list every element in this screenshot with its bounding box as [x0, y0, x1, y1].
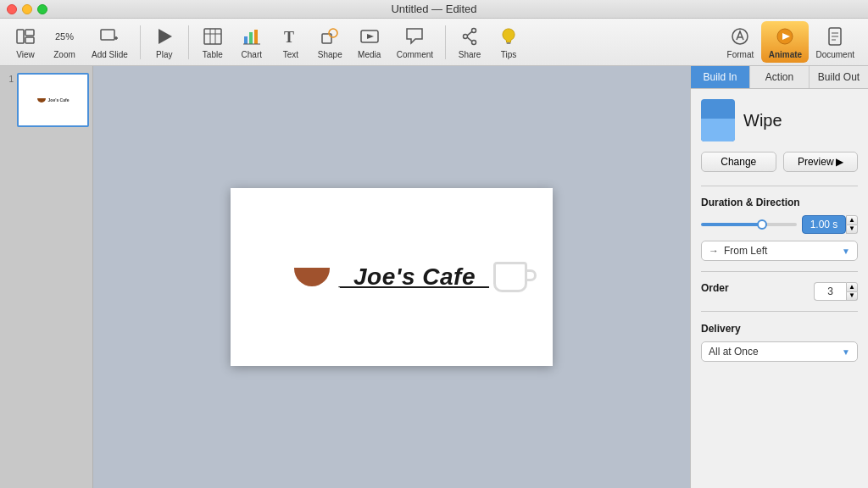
zoom-button[interactable]: 25% Zoom — [46, 21, 83, 63]
main-area: 1 Joe's Cafe _Joe's Cafe_ — [0, 66, 868, 488]
order-stepper-down[interactable]: ▼ — [846, 292, 858, 302]
close-button[interactable] — [7, 4, 17, 14]
order-row: Order 3 ▲ ▼ — [701, 282, 858, 301]
divider-1 — [140, 25, 141, 59]
tab-build-in[interactable]: Build In — [691, 66, 750, 88]
wipe-header: Wipe — [701, 99, 858, 141]
svg-line-24 — [467, 31, 472, 36]
direction-arrow-icon: → — [709, 245, 719, 257]
slide-thumbnail[interactable]: Joe's Cafe — [17, 73, 89, 127]
wipe-effect-icon — [701, 99, 735, 141]
duration-stepper-up[interactable]: ▲ — [846, 215, 858, 225]
media-label: Media — [358, 50, 381, 59]
view-label: View — [16, 50, 35, 59]
slide-content: _Joe's Cafe_ — [294, 263, 489, 291]
play-label: Play — [156, 50, 172, 59]
shape-icon — [318, 25, 342, 48]
delivery-label: Delivery — [701, 323, 741, 335]
direction-label: From Left — [724, 245, 767, 257]
divider-after-wipe — [701, 186, 858, 186]
play-button[interactable]: Play — [146, 21, 183, 63]
tab-action[interactable]: Action — [750, 66, 810, 88]
zoom-icon: 25% — [53, 25, 76, 48]
shape-label: Shape — [318, 50, 342, 59]
duration-stepper-down[interactable]: ▼ — [846, 225, 858, 235]
toolbar: View 25% Zoom Add Slide Play — [0, 19, 868, 66]
zoom-label: Zoom — [53, 50, 75, 59]
svg-rect-7 — [204, 29, 221, 44]
slide-canvas[interactable]: _Joe's Cafe_ — [231, 188, 553, 366]
thumb-bowl-icon — [37, 98, 46, 103]
duration-slider[interactable] — [701, 223, 797, 226]
document-toolbar-label: Document — [815, 50, 854, 59]
duration-input[interactable]: 1.00 s — [802, 215, 846, 234]
media-button[interactable]: Media — [351, 21, 388, 63]
minimize-button[interactable] — [22, 4, 32, 14]
play-icon — [153, 25, 176, 48]
document-toolbar-icon — [823, 25, 847, 48]
order-input[interactable]: 3 — [814, 282, 846, 301]
tips-label: Tips — [501, 50, 517, 59]
text-button[interactable]: T Text — [272, 21, 309, 63]
tab-build-out[interactable]: Build Out — [810, 66, 868, 88]
svg-rect-3 — [101, 30, 114, 40]
order-stepper: ▲ ▼ — [846, 282, 858, 301]
preview-button[interactable]: Preview ▶ — [783, 152, 859, 172]
tips-button[interactable]: Tips — [490, 21, 527, 63]
maximize-button[interactable] — [37, 4, 47, 14]
add-slide-icon — [97, 25, 121, 48]
svg-rect-25 — [507, 42, 511, 44]
format-toolbar-label: Format — [727, 50, 754, 59]
media-icon — [358, 25, 381, 48]
title-bar: Untitled — Edited — [0, 0, 868, 19]
svg-rect-12 — [249, 32, 253, 44]
share-button[interactable]: Share — [451, 21, 488, 63]
divider-after-direction — [701, 271, 858, 272]
shape-button[interactable]: Shape — [311, 21, 349, 63]
delivery-dropdown[interactable]: All at Once ▼ — [701, 341, 858, 362]
format-toolbar-button[interactable]: Format — [719, 21, 761, 63]
format-toolbar-icon — [728, 25, 752, 48]
document-toolbar-button[interactable]: Document — [809, 21, 861, 63]
comment-label: Comment — [397, 50, 433, 59]
wipe-title: Wipe — [743, 111, 782, 130]
chart-icon — [240, 25, 264, 48]
svg-rect-1 — [25, 30, 34, 36]
divider-after-order — [701, 311, 858, 312]
comment-button[interactable]: Comment — [390, 21, 440, 63]
animate-toolbar-button[interactable]: Animate — [761, 21, 809, 63]
add-slide-label: Add Slide — [92, 50, 128, 59]
thumb-title: Joe's Cafe — [48, 97, 70, 103]
svg-rect-2 — [25, 37, 34, 43]
order-stepper-up[interactable]: ▲ — [846, 282, 858, 292]
slide-1-container[interactable]: 1 Joe's Cafe — [3, 73, 89, 127]
chart-button[interactable]: Chart — [233, 21, 270, 63]
svg-line-23 — [467, 37, 472, 42]
comment-icon — [403, 25, 426, 48]
ghost-cup-handle — [526, 269, 537, 281]
divider-2 — [188, 25, 189, 59]
preview-arrow-icon: ▶ — [836, 156, 843, 168]
svg-rect-11 — [244, 36, 248, 44]
order-label: Order — [701, 282, 729, 294]
slide-panel: 1 Joe's Cafe — [0, 66, 93, 488]
ghost-cup-body — [493, 262, 527, 292]
direction-dropdown[interactable]: → From Left ▼ — [701, 241, 858, 261]
view-button[interactable]: View — [7, 21, 44, 63]
svg-rect-13 — [254, 30, 258, 44]
text-label: Text — [283, 50, 298, 59]
table-button[interactable]: Table — [194, 21, 231, 63]
direction-chevron-icon: ▼ — [842, 247, 850, 256]
divider-3 — [445, 25, 446, 59]
wipe-icon-fill — [701, 119, 735, 142]
view-icon — [14, 25, 37, 48]
duration-stepper: ▲ ▼ — [846, 215, 858, 234]
animate-toolbar-icon — [773, 25, 797, 48]
delivery-chevron-icon: ▼ — [842, 347, 850, 357]
share-label: Share — [459, 50, 481, 59]
traffic-lights — [7, 4, 47, 14]
change-button[interactable]: Change — [701, 152, 776, 172]
svg-rect-0 — [17, 30, 24, 43]
duration-input-group: 1.00 s ▲ ▼ — [802, 215, 858, 234]
add-slide-button[interactable]: Add Slide — [85, 21, 135, 63]
